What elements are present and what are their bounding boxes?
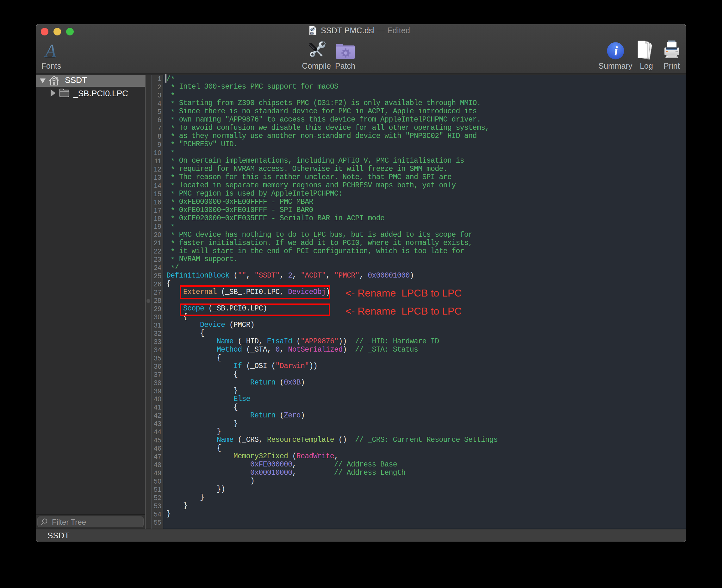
svg-text:A: A [44,41,56,59]
svg-text:DSL: DSL [310,33,314,35]
svg-text:i: i [614,44,618,58]
